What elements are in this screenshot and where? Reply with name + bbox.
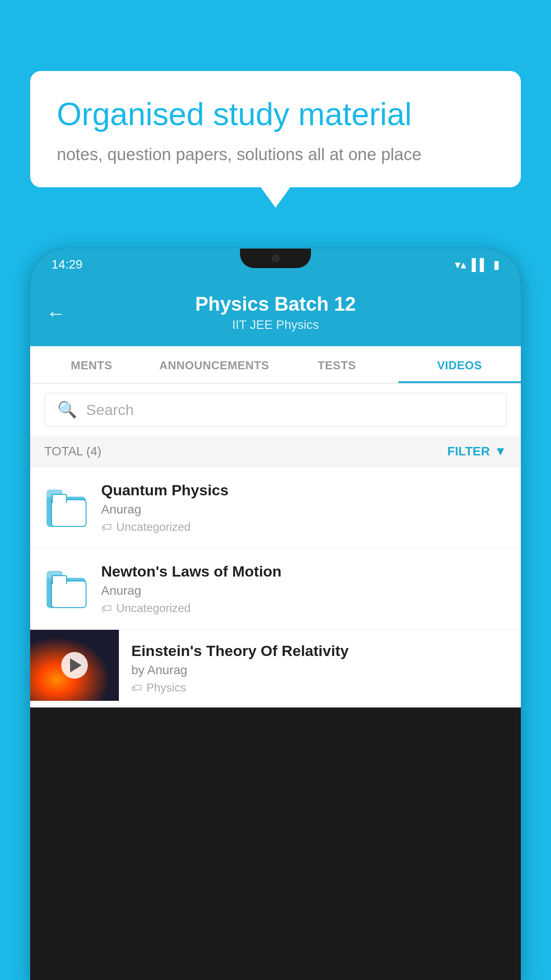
total-count: TOTAL (4) — [44, 444, 102, 458]
tag-label: Uncategorized — [116, 601, 191, 615]
item-tag: 🏷 Uncategorized — [101, 601, 507, 615]
status-time: 14:29 — [51, 257, 83, 272]
item-author: Anurag — [101, 584, 507, 598]
filter-label: FILTER — [447, 444, 490, 458]
wifi-icon: ▾▴ — [455, 258, 466, 272]
battery-icon: ▮ — [493, 258, 500, 272]
search-icon: 🔍 — [57, 400, 77, 419]
folder-front — [51, 581, 87, 608]
app-header: ← Physics Batch 12 IIT JEE Physics — [30, 281, 521, 346]
header-subtitle: IIT JEE Physics — [48, 318, 503, 332]
status-bar: 14:29 ▾▴ ▌▌ ▮ — [30, 249, 521, 281]
folder-icon — [47, 489, 87, 527]
camera-dot — [272, 254, 279, 262]
search-input[interactable]: Search — [86, 401, 134, 419]
status-icons: ▾▴ ▌▌ ▮ — [455, 258, 500, 272]
search-input-wrap[interactable]: 🔍 Search — [44, 393, 507, 427]
header-title: Physics Batch 12 — [48, 293, 503, 315]
video-title: Einstein's Theory Of Relativity — [131, 642, 508, 660]
tabs-bar: MENTS ANNOUNCEMENTS TESTS VIDEOS — [30, 346, 521, 384]
folder-icon-wrap — [44, 567, 89, 611]
video-list-item[interactable]: Einstein's Theory Of Relativity by Anura… — [30, 630, 521, 707]
folder-icon-wrap — [44, 486, 89, 530]
video-thumbnail — [30, 630, 119, 701]
speech-bubble: Organised study material notes, question… — [30, 71, 521, 187]
filter-bar: TOTAL (4) FILTER ▼ — [30, 435, 521, 467]
signal-icon: ▌▌ — [472, 258, 488, 272]
play-icon — [70, 658, 82, 672]
list-item[interactable]: Quantum Physics Anurag 🏷 Uncategorized — [30, 467, 521, 549]
item-author: Anurag — [101, 502, 507, 517]
tag-icon: 🏷 — [101, 521, 112, 533]
item-tag: 🏷 Uncategorized — [101, 520, 507, 534]
item-info: Newton's Laws of Motion Anurag 🏷 Uncateg… — [101, 563, 507, 615]
phone-frame: 14:29 ▾▴ ▌▌ ▮ ← Physics Batch 12 IIT JEE… — [30, 249, 521, 980]
tag-icon: 🏷 — [131, 682, 142, 694]
tag-label: Uncategorized — [116, 520, 191, 534]
tag-icon: 🏷 — [101, 602, 112, 615]
folder-icon — [47, 570, 87, 608]
list-item[interactable]: Newton's Laws of Motion Anurag 🏷 Uncateg… — [30, 549, 521, 630]
notch — [240, 249, 311, 268]
tag-label: Physics — [146, 681, 186, 695]
bubble-subtitle: notes, question papers, solutions all at… — [57, 145, 494, 164]
video-info: Einstein's Theory Of Relativity by Anura… — [119, 630, 521, 707]
video-tag: 🏷 Physics — [131, 681, 508, 695]
back-button[interactable]: ← — [46, 302, 66, 324]
filter-icon: ▼ — [494, 444, 507, 458]
item-title: Newton's Laws of Motion — [101, 563, 507, 580]
content-area: Quantum Physics Anurag 🏷 Uncategorized N… — [30, 467, 521, 707]
folder-front — [51, 499, 87, 527]
search-bar: 🔍 Search — [30, 384, 521, 435]
item-info: Quantum Physics Anurag 🏷 Uncategorized — [101, 482, 507, 534]
filter-button[interactable]: FILTER ▼ — [447, 444, 507, 458]
tab-announcements[interactable]: ANNOUNCEMENTS — [153, 346, 276, 383]
item-title: Quantum Physics — [101, 482, 507, 499]
tab-videos[interactable]: VIDEOS — [398, 346, 521, 383]
video-author: by Anurag — [131, 663, 508, 677]
play-button[interactable] — [61, 652, 88, 679]
tab-tests[interactable]: TESTS — [276, 346, 398, 383]
bubble-title: Organised study material — [57, 96, 494, 133]
tab-ments[interactable]: MENTS — [30, 346, 153, 383]
